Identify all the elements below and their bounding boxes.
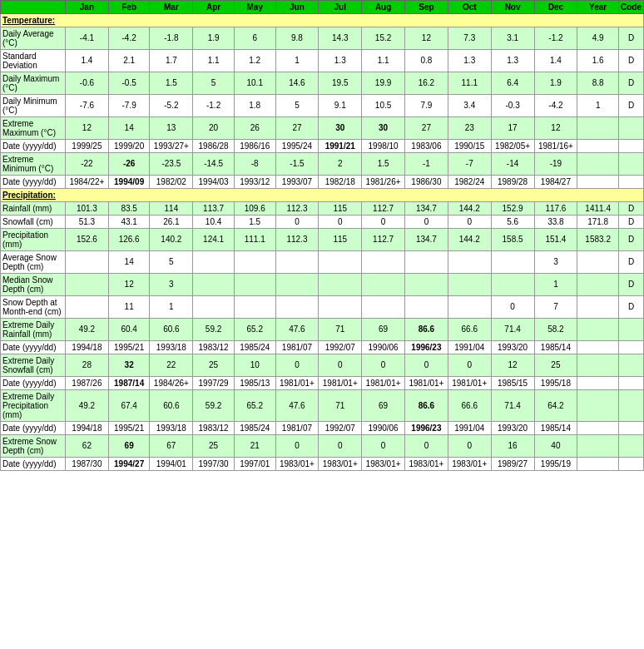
cell-1: 1995/21 — [108, 340, 150, 354]
data-row: Date (yyyy/dd)1987/301994/271994/011997/… — [1, 457, 644, 470]
row-label: Extreme Minimum (°C) — [1, 152, 66, 175]
cell-4: 109.6 — [234, 201, 275, 215]
cell-10: 1989/27 — [491, 457, 534, 470]
cell-7: 69 — [362, 389, 405, 421]
data-row: Date (yyyy/dd)1994/181995/211993/181983/… — [1, 421, 644, 434]
cell-6: 1.3 — [319, 49, 362, 72]
cell-5: -1.5 — [275, 152, 319, 175]
cell-12 — [577, 376, 619, 389]
cell-9: 144.2 — [448, 228, 491, 250]
cell-2: 1993/18 — [150, 421, 193, 434]
data-row: Extreme Minimum (°C)-22-26-23.5-14.5-8-1… — [1, 152, 644, 175]
cell-11: 1.4 — [534, 49, 577, 72]
cell-4: 1985/24 — [234, 421, 275, 434]
cell-0: 49.2 — [66, 318, 109, 340]
cell-9: 0 — [448, 434, 491, 457]
data-row: Precipitation (mm)152.6126.6140.2124.111… — [1, 228, 644, 250]
row-label: Daily Maximum (°C) — [1, 72, 66, 94]
cell-9 — [448, 250, 491, 273]
cell-2: 22 — [150, 354, 193, 376]
cell-0: 152.6 — [66, 228, 109, 250]
cell-9: 0 — [448, 354, 491, 376]
data-row: Rainfall (mm)101.383.5114113.7109.6112.3… — [1, 201, 644, 215]
col-header-oct: Oct — [448, 0, 491, 13]
cell-11: 1 — [534, 273, 577, 295]
cell-6 — [319, 273, 362, 295]
data-row: Date (yyyy/dd)1987/261987/141984/26+1997… — [1, 376, 644, 389]
cell-6: 71 — [319, 389, 362, 421]
cell-1: 83.5 — [108, 201, 150, 215]
row-label: Standard Deviation — [1, 49, 66, 72]
col-header-sep: Sep — [405, 0, 448, 13]
cell-1: 69 — [108, 434, 150, 457]
cell-6: 71 — [319, 318, 362, 340]
cell-13: D — [619, 215, 644, 228]
cell-13: D — [619, 72, 644, 94]
col-header-jun: Jun — [275, 0, 319, 13]
cell-6 — [319, 250, 362, 273]
section-header-1: Precipitation: — [1, 188, 644, 201]
cell-10: 1.3 — [491, 49, 534, 72]
cell-12 — [577, 457, 619, 470]
cell-10: 5.6 — [491, 215, 534, 228]
section-title-0: Temperature: — [1, 13, 644, 27]
col-header-year: Year — [577, 0, 619, 13]
cell-2: 67 — [150, 434, 193, 457]
cell-1: 11 — [108, 295, 150, 318]
cell-3: 1.9 — [193, 27, 235, 49]
cell-10: 1989/28 — [491, 175, 534, 188]
cell-11: 151.4 — [534, 228, 577, 250]
cell-8: 0.8 — [405, 49, 448, 72]
cell-8: 86.6 — [405, 389, 448, 421]
cell-7: 0 — [362, 215, 405, 228]
cell-1: 1999/20 — [108, 139, 150, 152]
cell-13: D — [619, 94, 644, 116]
cell-13: D — [619, 273, 644, 295]
data-row: Date (yyyy/dd)1984/22+1994/091982/021994… — [1, 175, 644, 188]
cell-5: 47.6 — [275, 318, 319, 340]
row-label: Precipitation (mm) — [1, 228, 66, 250]
cell-9: 0 — [448, 215, 491, 228]
cell-10: -0.3 — [491, 94, 534, 116]
cell-11: 12 — [534, 116, 577, 139]
cell-9: 11.1 — [448, 72, 491, 94]
cell-6: 1992/07 — [319, 421, 362, 434]
cell-11: 1984/27 — [534, 175, 577, 188]
cell-12: 8.8 — [577, 72, 619, 94]
cell-12: 1583.2 — [577, 228, 619, 250]
cell-3: 10.4 — [193, 215, 235, 228]
cell-11: 7 — [534, 295, 577, 318]
row-label: Date (yyyy/dd) — [1, 139, 66, 152]
cell-5: 47.6 — [275, 389, 319, 421]
cell-3: 1994/03 — [193, 175, 235, 188]
cell-5: 27 — [275, 116, 319, 139]
cell-6: 0 — [319, 215, 362, 228]
cell-8: 0 — [405, 215, 448, 228]
cell-7 — [362, 273, 405, 295]
cell-12 — [577, 139, 619, 152]
row-label: Snow Depth at Month-end (cm) — [1, 295, 66, 318]
cell-7: 1990/06 — [362, 421, 405, 434]
col-header-feb: Feb — [108, 0, 150, 13]
cell-1: 14 — [108, 250, 150, 273]
data-row: Average Snow Depth (cm)1453D — [1, 250, 644, 273]
cell-9: 1981/01+ — [448, 376, 491, 389]
cell-3: 1997/29 — [193, 376, 235, 389]
cell-0: 49.2 — [66, 389, 109, 421]
cell-9: -7 — [448, 152, 491, 175]
cell-12 — [577, 421, 619, 434]
cell-0: 62 — [66, 434, 109, 457]
cell-13 — [619, 376, 644, 389]
cell-3 — [193, 250, 235, 273]
row-label: Rainfall (mm) — [1, 201, 66, 215]
cell-2: 26.1 — [150, 215, 193, 228]
cell-6: 115 — [319, 201, 362, 215]
cell-8: 1996/23 — [405, 421, 448, 434]
cell-4: 111.1 — [234, 228, 275, 250]
cell-3: -1.2 — [193, 94, 235, 116]
cell-8 — [405, 250, 448, 273]
cell-0: 1987/26 — [66, 376, 109, 389]
cell-12: 1.6 — [577, 49, 619, 72]
cell-2: -5.2 — [150, 94, 193, 116]
cell-9 — [448, 295, 491, 318]
